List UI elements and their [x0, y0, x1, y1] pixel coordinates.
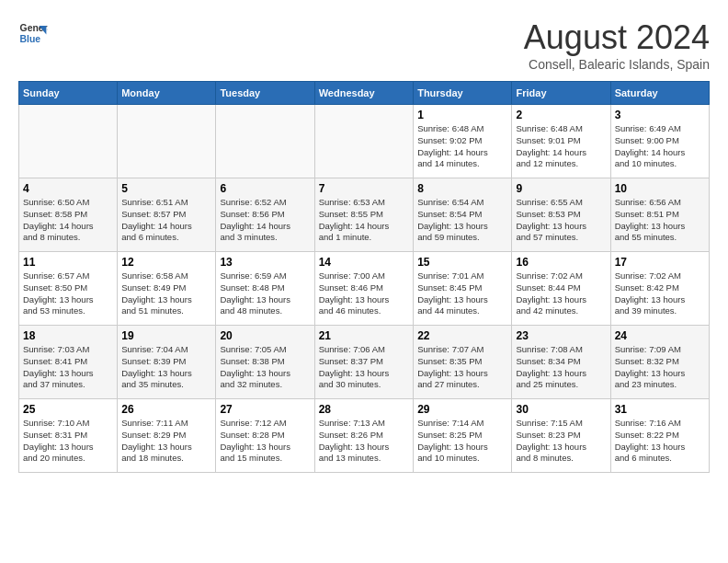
calendar-cell: 16Sunrise: 7:02 AMSunset: 8:44 PMDayligh… — [512, 252, 610, 326]
calendar-cell: 23Sunrise: 7:08 AMSunset: 8:34 PMDayligh… — [512, 326, 610, 399]
calendar-cell: 11Sunrise: 6:57 AMSunset: 8:50 PMDayligh… — [19, 252, 118, 326]
calendar-cell: 17Sunrise: 7:02 AMSunset: 8:42 PMDayligh… — [610, 252, 709, 326]
day-number: 4 — [23, 182, 113, 195]
weekday-header-cell: Wednesday — [314, 82, 413, 105]
calendar-cell: 30Sunrise: 7:15 AMSunset: 8:23 PMDayligh… — [512, 399, 610, 473]
day-info: Sunrise: 6:59 AMSunset: 8:48 PMDaylight:… — [220, 270, 310, 317]
weekday-header-row: SundayMondayTuesdayWednesdayThursdayFrid… — [19, 82, 710, 105]
calendar-cell: 22Sunrise: 7:07 AMSunset: 8:35 PMDayligh… — [414, 326, 512, 399]
month-title: August 2024 — [524, 18, 710, 57]
day-info: Sunrise: 7:15 AMSunset: 8:23 PMDaylight:… — [516, 418, 606, 465]
weekday-header-cell: Friday — [512, 82, 610, 105]
subtitle: Consell, Balearic Islands, Spain — [524, 57, 710, 72]
calendar-cell: 15Sunrise: 7:01 AMSunset: 8:45 PMDayligh… — [414, 252, 512, 326]
calendar-cell — [19, 105, 118, 178]
title-area: August 2024 Consell, Balearic Islands, S… — [524, 18, 710, 72]
day-info: Sunrise: 6:48 AMSunset: 9:02 PMDaylight:… — [417, 123, 507, 170]
day-number: 30 — [516, 403, 606, 416]
calendar-cell: 18Sunrise: 7:03 AMSunset: 8:41 PMDayligh… — [19, 326, 118, 399]
day-info: Sunrise: 6:51 AMSunset: 8:57 PMDaylight:… — [121, 197, 211, 244]
day-info: Sunrise: 7:01 AMSunset: 8:45 PMDaylight:… — [417, 270, 507, 317]
day-number: 27 — [220, 403, 310, 416]
calendar-cell: 4Sunrise: 6:50 AMSunset: 8:58 PMDaylight… — [19, 178, 118, 252]
day-info: Sunrise: 7:14 AMSunset: 8:25 PMDaylight:… — [417, 418, 507, 465]
calendar-body: 1Sunrise: 6:48 AMSunset: 9:02 PMDaylight… — [19, 105, 710, 473]
day-info: Sunrise: 7:07 AMSunset: 8:35 PMDaylight:… — [417, 344, 507, 391]
day-info: Sunrise: 6:54 AMSunset: 8:54 PMDaylight:… — [417, 197, 507, 244]
calendar-table: SundayMondayTuesdayWednesdayThursdayFrid… — [18, 81, 710, 473]
day-info: Sunrise: 7:02 AMSunset: 8:44 PMDaylight:… — [516, 270, 606, 317]
day-number: 31 — [615, 403, 705, 416]
weekday-header-cell: Sunday — [19, 82, 118, 105]
weekday-header-cell: Saturday — [610, 82, 709, 105]
svg-text:Blue: Blue — [20, 34, 41, 44]
calendar-cell: 25Sunrise: 7:10 AMSunset: 8:31 PMDayligh… — [19, 399, 118, 473]
day-number: 14 — [319, 256, 409, 269]
calendar-cell: 29Sunrise: 7:14 AMSunset: 8:25 PMDayligh… — [414, 399, 512, 473]
calendar-cell: 5Sunrise: 6:51 AMSunset: 8:57 PMDaylight… — [118, 178, 216, 252]
day-number: 26 — [121, 403, 211, 416]
day-number: 15 — [417, 256, 507, 269]
calendar-cell: 21Sunrise: 7:06 AMSunset: 8:37 PMDayligh… — [314, 326, 413, 399]
day-number: 9 — [516, 182, 606, 195]
day-number: 25 — [23, 403, 113, 416]
calendar-cell: 2Sunrise: 6:48 AMSunset: 9:01 PMDaylight… — [512, 105, 610, 178]
day-number: 23 — [516, 329, 606, 342]
day-number: 2 — [516, 109, 606, 121]
calendar-week-row: 18Sunrise: 7:03 AMSunset: 8:41 PMDayligh… — [19, 326, 710, 399]
day-number: 13 — [220, 256, 310, 269]
calendar-cell: 10Sunrise: 6:56 AMSunset: 8:51 PMDayligh… — [610, 178, 709, 252]
calendar-cell: 13Sunrise: 6:59 AMSunset: 8:48 PMDayligh… — [216, 252, 314, 326]
day-info: Sunrise: 6:55 AMSunset: 8:53 PMDaylight:… — [516, 197, 606, 244]
weekday-header-cell: Thursday — [414, 82, 512, 105]
day-number: 7 — [319, 182, 409, 195]
calendar-cell — [118, 105, 216, 178]
day-number: 10 — [615, 182, 705, 195]
day-info: Sunrise: 6:49 AMSunset: 9:00 PMDaylight:… — [615, 123, 705, 170]
day-info: Sunrise: 7:16 AMSunset: 8:22 PMDaylight:… — [615, 418, 705, 465]
calendar-cell: 19Sunrise: 7:04 AMSunset: 8:39 PMDayligh… — [118, 326, 216, 399]
day-number: 18 — [23, 329, 113, 342]
day-number: 29 — [417, 403, 507, 416]
calendar-cell — [314, 105, 413, 178]
calendar-week-row: 11Sunrise: 6:57 AMSunset: 8:50 PMDayligh… — [19, 252, 710, 326]
day-info: Sunrise: 7:13 AMSunset: 8:26 PMDaylight:… — [319, 418, 409, 465]
calendar-cell: 1Sunrise: 6:48 AMSunset: 9:02 PMDaylight… — [414, 105, 512, 178]
day-number: 21 — [319, 329, 409, 342]
day-number: 28 — [319, 403, 409, 416]
day-number: 12 — [121, 256, 211, 269]
day-info: Sunrise: 7:09 AMSunset: 8:32 PMDaylight:… — [615, 344, 705, 391]
day-info: Sunrise: 6:50 AMSunset: 8:58 PMDaylight:… — [23, 197, 113, 244]
calendar-cell: 20Sunrise: 7:05 AMSunset: 8:38 PMDayligh… — [216, 326, 314, 399]
weekday-header-cell: Monday — [118, 82, 216, 105]
calendar-cell: 24Sunrise: 7:09 AMSunset: 8:32 PMDayligh… — [610, 326, 709, 399]
day-info: Sunrise: 7:00 AMSunset: 8:46 PMDaylight:… — [319, 270, 409, 317]
calendar-cell: 6Sunrise: 6:52 AMSunset: 8:56 PMDaylight… — [216, 178, 314, 252]
day-number: 1 — [417, 109, 507, 121]
weekday-header-cell: Tuesday — [216, 82, 314, 105]
calendar-cell: 26Sunrise: 7:11 AMSunset: 8:29 PMDayligh… — [118, 399, 216, 473]
day-info: Sunrise: 7:02 AMSunset: 8:42 PMDaylight:… — [615, 270, 705, 317]
calendar-cell: 8Sunrise: 6:54 AMSunset: 8:54 PMDaylight… — [414, 178, 512, 252]
day-info: Sunrise: 7:04 AMSunset: 8:39 PMDaylight:… — [121, 344, 211, 391]
day-number: 11 — [23, 256, 113, 269]
calendar-cell: 28Sunrise: 7:13 AMSunset: 8:26 PMDayligh… — [314, 399, 413, 473]
day-info: Sunrise: 7:10 AMSunset: 8:31 PMDaylight:… — [23, 418, 113, 465]
calendar-cell — [216, 105, 314, 178]
calendar-week-row: 4Sunrise: 6:50 AMSunset: 8:58 PMDaylight… — [19, 178, 710, 252]
day-number: 16 — [516, 256, 606, 269]
day-number: 22 — [417, 329, 507, 342]
logo: General Blue — [18, 18, 48, 48]
day-info: Sunrise: 6:48 AMSunset: 9:01 PMDaylight:… — [516, 123, 606, 170]
day-info: Sunrise: 7:11 AMSunset: 8:29 PMDaylight:… — [121, 418, 211, 465]
day-info: Sunrise: 6:56 AMSunset: 8:51 PMDaylight:… — [615, 197, 705, 244]
day-info: Sunrise: 6:57 AMSunset: 8:50 PMDaylight:… — [23, 270, 113, 317]
day-number: 19 — [121, 329, 211, 342]
calendar-cell: 14Sunrise: 7:00 AMSunset: 8:46 PMDayligh… — [314, 252, 413, 326]
logo-icon: General Blue — [18, 18, 48, 48]
day-info: Sunrise: 7:06 AMSunset: 8:37 PMDaylight:… — [319, 344, 409, 391]
day-info: Sunrise: 6:53 AMSunset: 8:55 PMDaylight:… — [319, 197, 409, 244]
day-info: Sunrise: 6:58 AMSunset: 8:49 PMDaylight:… — [121, 270, 211, 317]
day-info: Sunrise: 6:52 AMSunset: 8:56 PMDaylight:… — [220, 197, 310, 244]
day-number: 8 — [417, 182, 507, 195]
